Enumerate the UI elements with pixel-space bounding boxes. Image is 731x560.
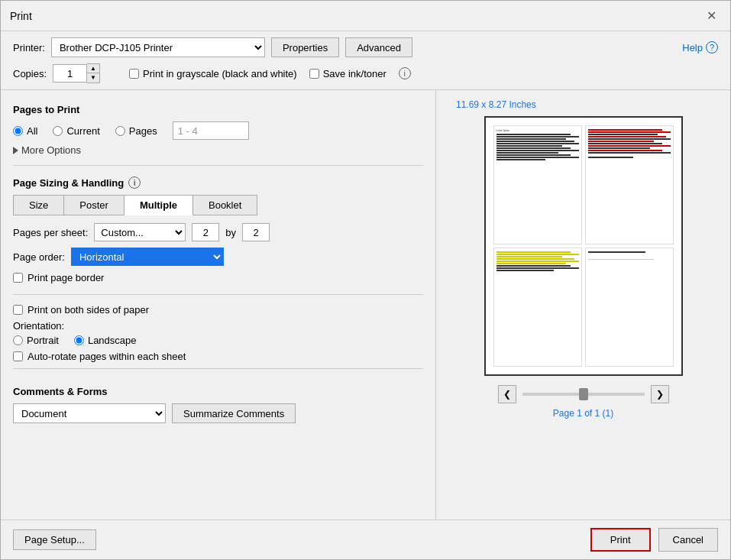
both-sides-row: Print on both sides of paper — [13, 304, 423, 316]
summarize-button[interactable]: Summarize Comments — [172, 403, 296, 423]
comments-title: Comments & Forms — [13, 386, 423, 397]
next-page-button[interactable]: ❯ — [651, 385, 669, 403]
more-options-triangle — [13, 147, 18, 154]
print-border-label[interactable]: Print page border — [27, 272, 104, 283]
current-radio[interactable] — [53, 126, 63, 136]
dialog-body: Pages to Print All Current Pages Mor — [1, 90, 730, 520]
copies-spinner: ▲ ▼ — [87, 63, 100, 83]
bottom-right: Print Cancel — [590, 528, 718, 552]
all-label: All — [27, 125, 37, 137]
dialog-title: Print — [10, 10, 32, 22]
comments-select[interactable]: Document Document and Markups Document a… — [13, 403, 166, 423]
tab-multiple[interactable]: Multiple — [125, 195, 193, 215]
bottom-bar: Page Setup... Print Cancel — [1, 520, 730, 559]
preview-page-4 — [585, 248, 674, 367]
pages-radio-row: All Current Pages — [13, 121, 423, 140]
comments-section: Comments & Forms Document Document and M… — [13, 381, 423, 423]
all-radio[interactable] — [13, 126, 23, 136]
both-sides-checkbox[interactable] — [13, 305, 23, 315]
title-bar: Print ✕ — [1, 1, 730, 31]
tab-poster[interactable]: Poster — [64, 195, 125, 215]
help-link[interactable]: Help ? — [682, 41, 718, 53]
preview-page-2 — [585, 125, 674, 244]
more-options-row[interactable]: More Options — [13, 144, 423, 156]
save-ink-checkbox-label[interactable]: Save ink/toner — [309, 68, 387, 79]
help-label: Help — [682, 42, 703, 53]
comments-row: Document Document and Markups Document a… — [13, 403, 423, 423]
current-label: Current — [66, 125, 99, 137]
pps-select[interactable]: Custom... 2 4 6 9 16 — [94, 223, 186, 241]
copies-up-button[interactable]: ▲ — [87, 64, 99, 73]
portrait-radio-label[interactable]: Portrait — [13, 335, 59, 346]
close-button[interactable]: ✕ — [702, 7, 721, 24]
pages-to-print-title: Pages to Print — [13, 104, 423, 115]
portrait-radio[interactable] — [13, 335, 23, 345]
auto-rotate-row: Auto-rotate pages within each sheet — [13, 351, 423, 362]
page-sizing-title: Page Sizing & Handling — [13, 177, 124, 189]
advanced-button[interactable]: Advanced — [345, 37, 412, 57]
orientation-row: Portrait Landscape — [13, 335, 423, 346]
tab-row: Size Poster Multiple Booklet — [13, 195, 423, 215]
pages-radio[interactable] — [115, 126, 125, 136]
help-icon: ? — [706, 41, 718, 53]
pps-x-input[interactable] — [192, 223, 219, 241]
nav-row: ❮ ❯ — [448, 385, 718, 403]
save-ink-label: Save ink/toner — [323, 68, 387, 79]
save-ink-checkbox[interactable] — [309, 69, 319, 79]
page-order-row: Page order: Horizontal Vertical Horizont… — [13, 248, 423, 266]
dimensions-label: 11.69 x 8.27 Inches — [456, 99, 536, 110]
auto-rotate-label[interactable]: Auto-rotate pages within each sheet — [27, 351, 186, 362]
page-slider[interactable] — [522, 393, 645, 396]
right-panel: 11.69 x 8.27 Inches Lorem Ipsum — [436, 90, 730, 520]
orientation-section-label: Orientation: — [13, 320, 423, 332]
pps-label: Pages per sheet: — [13, 227, 88, 238]
print-border-row: Print page border — [13, 272, 423, 283]
page-order-label: Page order: — [13, 251, 65, 263]
landscape-radio[interactable] — [74, 335, 84, 345]
pages-range-input[interactable] — [173, 121, 249, 140]
pages-label: Pages — [129, 125, 157, 137]
print-border-checkbox[interactable] — [13, 273, 23, 283]
pps-row: Pages per sheet: Custom... 2 4 6 9 16 by — [13, 223, 423, 241]
current-radio-label[interactable]: Current — [53, 125, 99, 137]
preview-page-3 — [493, 248, 582, 367]
preview-box: Lorem Ipsum — [484, 116, 683, 376]
slider-thumb — [579, 388, 588, 400]
all-radio-label[interactable]: All — [13, 125, 37, 137]
copies-input[interactable] — [53, 64, 87, 83]
more-options-label: More Options — [21, 144, 81, 156]
tab-booklet[interactable]: Booklet — [193, 195, 257, 215]
preview-page-1: Lorem Ipsum — [493, 125, 582, 244]
grayscale-checkbox[interactable] — [129, 69, 139, 79]
copies-down-button[interactable]: ▼ — [87, 73, 99, 83]
copies-label: Copies: — [13, 68, 47, 79]
print-dialog: Print ✕ Printer: Brother DCP-J105 Printe… — [0, 0, 731, 560]
print-button[interactable]: Print — [590, 528, 651, 552]
grayscale-label: Print in grayscale (black and white) — [143, 68, 297, 79]
both-sides-label[interactable]: Print on both sides of paper — [27, 304, 149, 316]
by-label: by — [225, 227, 236, 238]
prev-page-button[interactable]: ❮ — [498, 385, 516, 403]
page-sizing-info-icon[interactable]: i — [128, 176, 141, 189]
pages-radio-label[interactable]: Pages — [115, 125, 157, 137]
auto-rotate-checkbox[interactable] — [13, 351, 23, 361]
page-order-select[interactable]: Horizontal Vertical Horizontal Reversed … — [71, 248, 224, 266]
tab-size[interactable]: Size — [13, 195, 64, 215]
preview-inner: Lorem Ipsum — [486, 118, 681, 374]
properties-button[interactable]: Properties — [271, 37, 339, 57]
cancel-button[interactable]: Cancel — [658, 528, 718, 552]
grayscale-checkbox-label[interactable]: Print in grayscale (black and white) — [129, 68, 297, 79]
landscape-radio-label[interactable]: Landscape — [74, 335, 137, 346]
portrait-label: Portrait — [27, 335, 59, 346]
landscape-label: Landscape — [88, 335, 137, 346]
left-panel: Pages to Print All Current Pages Mor — [1, 90, 436, 520]
page-info: Page 1 of 1 (1) — [553, 408, 613, 419]
printer-select[interactable]: Brother DCP-J105 Printer — [51, 37, 265, 57]
printer-label: Printer: — [13, 42, 45, 53]
grayscale-info-icon[interactable]: i — [399, 67, 411, 79]
pps-y-input[interactable] — [242, 223, 270, 241]
page-setup-button[interactable]: Page Setup... — [13, 529, 96, 550]
page-sizing-header: Page Sizing & Handling i — [13, 176, 423, 189]
